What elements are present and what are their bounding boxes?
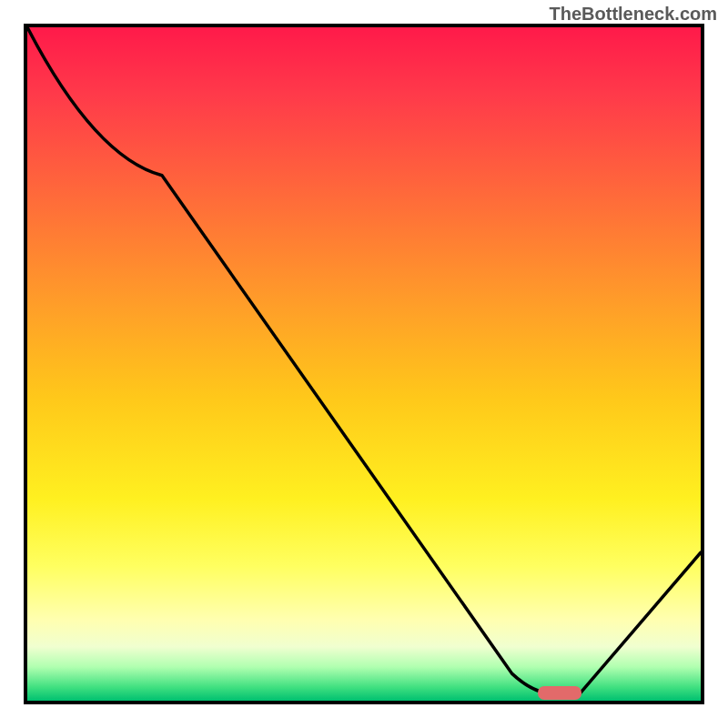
curve-line: [27, 27, 701, 694]
chart-curve: [27, 27, 701, 701]
watermark-text: TheBottleneck.com: [550, 4, 717, 25]
chart-plot-area: [24, 24, 704, 704]
optimum-marker: [538, 686, 581, 700]
